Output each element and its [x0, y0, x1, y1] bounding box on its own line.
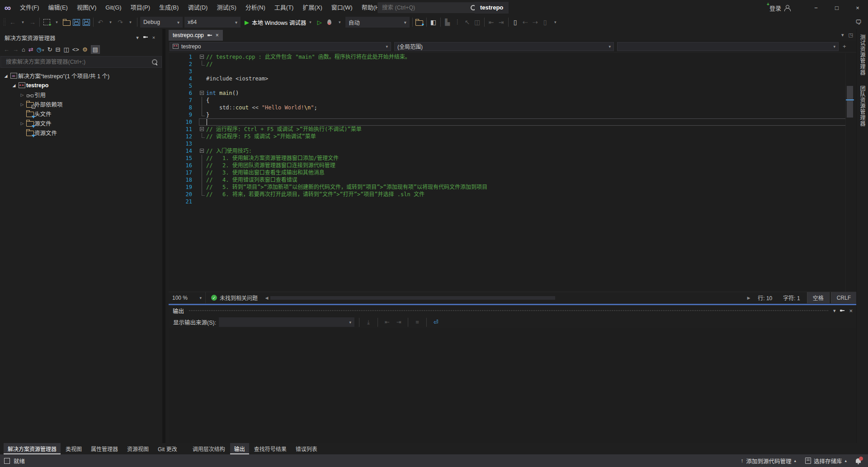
spaces-indicator[interactable]: 空格	[807, 292, 830, 303]
increase-indent-icon[interactable]: ⇥	[496, 17, 506, 28]
line-number[interactable]: 7	[169, 97, 199, 104]
line-number[interactable]: 14	[169, 147, 199, 155]
sign-in-area[interactable]: 登录 +	[769, 0, 790, 15]
panel-tab-right-3[interactable]: 错误列表	[292, 443, 321, 454]
redo-dropdown-icon[interactable]: ▾	[125, 17, 135, 28]
zoom-level-combo[interactable]: 100 %▾	[169, 292, 206, 303]
collapsed-arrow-icon[interactable]: ▷	[19, 102, 25, 107]
code-editor[interactable]: 1// testrepo.cpp : 此文件包含 "main" 函数。程序执行将…	[169, 53, 846, 292]
code-line-19[interactable]: 19// 5. 转到“项目”>“添加新项”以创建新的代码文件，或转到“项目”>“…	[169, 184, 846, 191]
panel-tab-right-0[interactable]: 调用层次结构	[189, 443, 229, 454]
hot-reload-icon[interactable]	[325, 17, 335, 28]
toggle-word-wrap-icon[interactable]: ⏎	[431, 319, 440, 325]
code-line-14[interactable]: 14// 入门使用技巧:	[169, 147, 846, 155]
output-source-combo[interactable]: ▾	[219, 317, 354, 327]
toggle-bookmark-icon[interactable]: ▯	[510, 17, 520, 28]
fold-collapse-icon[interactable]	[200, 149, 204, 153]
new-project-dropdown-icon[interactable]: ▾	[52, 17, 61, 28]
fold-margin[interactable]	[199, 147, 206, 155]
navigate-back-dropdown-icon[interactable]: ▾	[18, 17, 28, 28]
tab-pin-icon[interactable]	[208, 33, 212, 38]
line-number[interactable]: 9	[169, 111, 199, 118]
autohide-tab-1[interactable]: 团队资源管理器	[859, 80, 866, 131]
maximize-button[interactable]: □	[826, 0, 847, 15]
output-content[interactable]	[169, 328, 857, 443]
add-to-source-control-button[interactable]: ↑ 添加到源代码管理 ▴	[741, 457, 796, 465]
autohide-tab-0[interactable]: 测试资源管理器	[859, 29, 866, 80]
tree-item-1[interactable]: ◢++testrepo	[0, 80, 162, 90]
clear-bookmarks-icon[interactable]: ▯	[540, 17, 550, 28]
document-health-indicator[interactable]: ✓ 未找到相关问题	[206, 294, 263, 302]
code-line-10[interactable]: 10	[169, 118, 846, 126]
document-tab-testrepo-cpp[interactable]: testrepo.cpp ×	[169, 30, 223, 41]
vertical-scrollbar[interactable]	[845, 53, 854, 292]
vertical-scrollbar-thumb[interactable]	[847, 86, 853, 118]
tree-item-4[interactable]: 头文件	[0, 109, 162, 118]
code-line-16[interactable]: 16// 2. 使用团队资源管理器窗口连接到源代码管理	[169, 162, 846, 169]
hot-reload-dropdown-icon[interactable]: ▾	[335, 17, 344, 28]
insert-reference-icon[interactable]: ◫	[472, 17, 482, 28]
navigate-back-icon[interactable]: ←	[8, 17, 18, 28]
solution-search-input[interactable]	[5, 58, 152, 66]
redo-icon[interactable]: ↷	[115, 17, 125, 28]
horizontal-scrollbar-thumb[interactable]	[270, 296, 555, 300]
collapsed-arrow-icon[interactable]: ▷	[19, 93, 25, 97]
navbar-add-icon[interactable]: +	[843, 43, 846, 50]
save-all-icon[interactable]	[81, 17, 91, 28]
menu-item-7[interactable]: 测试(S)	[212, 0, 241, 15]
view-code-icon[interactable]: <>	[72, 46, 79, 53]
menu-item-4[interactable]: 项目(P)	[126, 0, 155, 15]
tree-item-6[interactable]: 资源文件	[0, 128, 162, 137]
line-number[interactable]: 10	[169, 118, 199, 126]
line-number[interactable]: 6	[169, 90, 199, 97]
line-number[interactable]: 12	[169, 133, 199, 140]
sync-with-active-document-icon[interactable]: ●	[415, 17, 425, 28]
panel-tab-left-0[interactable]: 解决方案资源管理器	[4, 443, 61, 454]
expanded-arrow-icon[interactable]: ◢	[11, 83, 17, 88]
line-number[interactable]: 4	[169, 75, 199, 82]
expanded-arrow-icon[interactable]: ◢	[3, 74, 9, 78]
horizontal-scrollbar[interactable]: ◀ ▶	[263, 292, 752, 303]
code-line-18[interactable]: 18// 4. 使用错误列表窗口查看错误	[169, 176, 846, 184]
panel-pin-icon[interactable]	[142, 35, 150, 40]
line-number[interactable]: 13	[169, 140, 199, 147]
panel-close-icon[interactable]: ×	[150, 35, 158, 40]
alignment-guides-icon[interactable]: ⁞	[453, 17, 462, 28]
search-input[interactable]	[381, 4, 471, 11]
line-number[interactable]: 8	[169, 104, 199, 111]
line-number[interactable]: 21	[169, 198, 199, 205]
fold-collapse-icon[interactable]	[200, 127, 204, 131]
explorer-back-icon[interactable]: ←	[4, 46, 9, 53]
menu-item-8[interactable]: 分析(N)	[241, 0, 270, 15]
panel-tab-left-2[interactable]: 属性管理器	[87, 443, 122, 454]
toolbar-overflow-icon[interactable]: ▾	[550, 17, 560, 28]
sign-in-label[interactable]: 登录	[769, 4, 781, 12]
code-line-9[interactable]: 9}	[169, 111, 846, 118]
previous-bookmark-icon[interactable]: ⇠	[520, 17, 530, 28]
code-line-2[interactable]: 2//	[169, 61, 846, 68]
collapsed-arrow-icon[interactable]: ▷	[19, 121, 25, 126]
fold-margin[interactable]	[199, 90, 206, 97]
navigate-forward-icon[interactable]: →	[28, 17, 38, 28]
code-line-20[interactable]: 20// 6. 将来，若要再次打开此项目，请转到“文件”>“打开”>“项目”并选…	[169, 191, 846, 198]
code-line-1[interactable]: 1// testrepo.cpp : 此文件包含 "main" 函数。程序执行将…	[169, 53, 846, 61]
undo-dropdown-icon[interactable]: ▾	[105, 17, 115, 28]
find-message-icon[interactable]: ⤓	[364, 319, 373, 326]
menu-item-9[interactable]: 工具(T)	[270, 0, 298, 15]
restore-panels-icon[interactable]	[4, 458, 10, 464]
panel-drag-handle[interactable]	[189, 310, 829, 312]
member-scope-combo[interactable]: ▾	[617, 42, 839, 51]
code-line-17[interactable]: 17// 3. 使用输出窗口查看生成输出和其他消息	[169, 169, 846, 176]
project-scope-combo[interactable]: ++ testrepo ▾	[170, 42, 391, 51]
undo-icon[interactable]: ↶	[95, 17, 105, 28]
switch-views-icon[interactable]: ⇄	[28, 46, 33, 53]
line-number[interactable]: 3	[169, 68, 199, 75]
explorer-forward-icon[interactable]: →	[13, 46, 19, 53]
properties-window-icon[interactable]: ◧	[429, 17, 439, 28]
solution-search-box[interactable]	[0, 56, 162, 68]
close-button[interactable]: ×	[847, 0, 868, 15]
active-files-chevron-icon[interactable]: ▾	[841, 32, 844, 38]
code-line-21[interactable]: 21	[169, 198, 846, 205]
menu-item-0[interactable]: 文件(F)	[15, 0, 44, 15]
user-account-icon[interactable]	[784, 5, 790, 11]
